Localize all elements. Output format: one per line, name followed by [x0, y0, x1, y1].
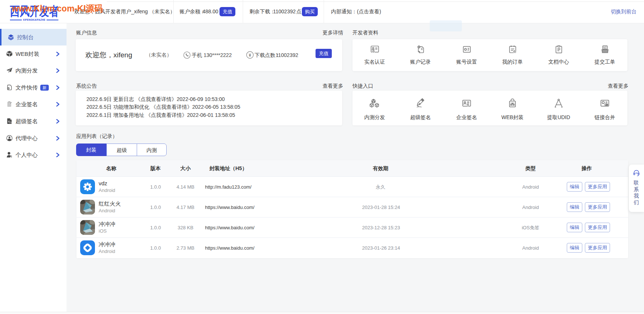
svg-text:¥: ¥ — [249, 53, 251, 57]
